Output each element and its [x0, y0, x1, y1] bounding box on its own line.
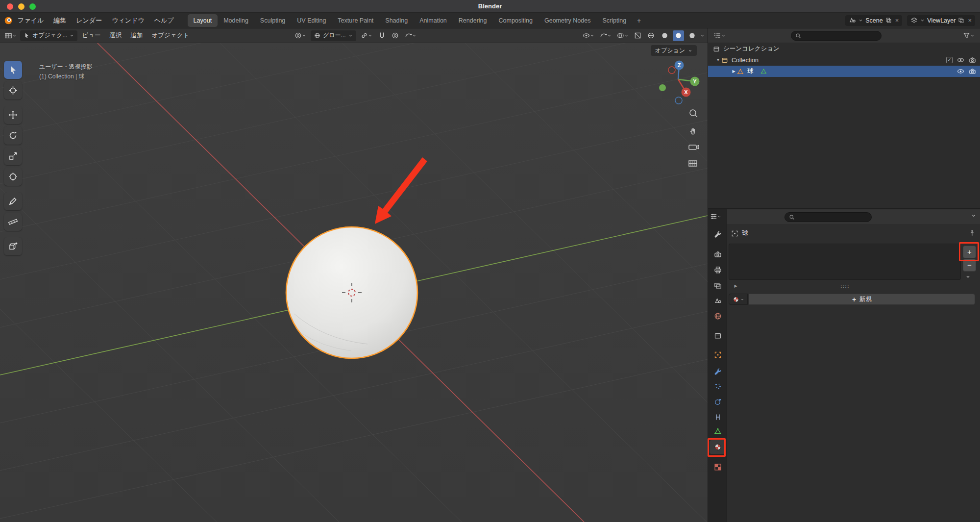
menu-file[interactable]: ファイル	[13, 13, 49, 28]
copy-icon[interactable]	[958, 17, 964, 24]
workspace-tab-shading[interactable]: Shading	[379, 14, 414, 27]
workspace-tab-scripting[interactable]: Scripting	[596, 14, 632, 27]
editor-type-button[interactable]	[3, 30, 18, 41]
tab-tool[interactable]	[710, 227, 726, 241]
toggle-perspective-button[interactable]	[689, 161, 697, 166]
tab-object-data[interactable]	[710, 424, 726, 438]
browse-material-button[interactable]	[729, 294, 748, 305]
menu-edit[interactable]: 編集	[49, 13, 71, 28]
hide-eye-icon[interactable]	[957, 68, 964, 75]
tab-texture[interactable]	[710, 460, 726, 474]
shading-wireframe-button[interactable]	[645, 30, 657, 41]
shading-material-button[interactable]	[673, 30, 684, 41]
transform-pivot-button[interactable]	[293, 30, 308, 41]
workspace-tab-geometry-nodes[interactable]: Geometry Nodes	[539, 14, 596, 27]
minimize-window-button[interactable]	[18, 3, 24, 10]
material-specials-chevron-icon[interactable]	[965, 274, 971, 279]
tool-transform[interactable]	[4, 168, 22, 186]
tab-output[interactable]	[710, 263, 726, 277]
disable-render-camera-icon[interactable]	[969, 68, 976, 75]
workspace-tab-rendering[interactable]: Rendering	[453, 14, 493, 27]
collection-checkbox[interactable]: ✓	[946, 57, 953, 63]
properties-editor-type-button[interactable]	[710, 213, 721, 220]
add-workspace-button[interactable]: +	[632, 17, 646, 25]
close-window-button[interactable]	[7, 3, 13, 10]
unlink-scene-icon[interactable]: ×	[894, 17, 899, 24]
tab-world[interactable]	[710, 309, 726, 323]
sphere-object[interactable]	[286, 227, 417, 358]
proportional-editing-button[interactable]	[390, 30, 400, 41]
gizmo-minus-x-axis[interactable]	[668, 67, 675, 74]
tab-particles[interactable]	[710, 379, 726, 393]
tab-collection[interactable]	[710, 329, 726, 343]
outliner-search-input[interactable]	[791, 31, 882, 41]
expand-panel-arrow-icon[interactable]: ▶	[733, 284, 739, 288]
gizmo-minus-z-axis[interactable]	[675, 97, 682, 104]
outliner-row-scene-collection[interactable]: シーンコレクション	[708, 43, 980, 54]
chevron-down-icon[interactable]	[971, 213, 976, 218]
workspace-tab-texture-paint[interactable]: Texture Paint	[332, 14, 379, 27]
camera-view-button[interactable]	[689, 145, 699, 149]
tool-measure[interactable]	[4, 213, 22, 231]
viewport-canvas[interactable]: Z Y X	[0, 43, 708, 522]
pan-hand-button[interactable]	[690, 128, 694, 134]
workspace-tab-layout[interactable]: Layout	[188, 14, 218, 27]
overlays-dropdown-button[interactable]	[615, 30, 630, 41]
workspace-tab-sculpting[interactable]: Sculpting	[254, 14, 291, 27]
outliner-editor-type-button[interactable]	[712, 30, 727, 41]
tool-move[interactable]	[4, 106, 22, 124]
tool-scale[interactable]	[4, 147, 22, 165]
tab-constraints[interactable]	[710, 410, 726, 424]
pin-icon[interactable]	[969, 229, 976, 236]
tool-rotate[interactable]	[4, 126, 22, 145]
menu-window[interactable]: ウィンドウ	[107, 13, 149, 28]
menu-object[interactable]: オブジェクト	[147, 31, 194, 40]
tab-scene[interactable]	[710, 294, 726, 308]
gizmo-minus-y-axis[interactable]	[659, 84, 666, 91]
tab-physics[interactable]	[710, 395, 726, 409]
shading-rendered-button[interactable]	[686, 30, 698, 41]
outliner-row-collection[interactable]: ▼ Collection ✓	[708, 54, 980, 66]
menu-view[interactable]: ビュー	[77, 31, 105, 40]
zoom-button[interactable]	[690, 110, 697, 117]
tool-add-cube[interactable]	[4, 237, 22, 255]
menu-add[interactable]: 追加	[126, 31, 147, 40]
viewport-3d[interactable]: Z Y X	[0, 43, 708, 522]
tool-cursor[interactable]	[4, 81, 22, 99]
transform-orientation-dropdown[interactable]: グロー...	[311, 30, 356, 41]
outliner-row-sphere[interactable]: ▶ 球	[708, 66, 980, 77]
scene-selector[interactable]: Scene ×	[845, 15, 902, 26]
workspace-tab-compositing[interactable]: Compositing	[492, 14, 538, 27]
outliner-filter-button[interactable]	[961, 30, 976, 41]
proportional-falloff-button[interactable]	[403, 30, 418, 41]
tool-annotate[interactable]	[4, 192, 22, 210]
menu-select[interactable]: 選択	[105, 31, 126, 40]
blender-logo-icon[interactable]	[4, 16, 13, 25]
expand-arrow-icon[interactable]: ▼	[715, 58, 721, 62]
new-material-button[interactable]: + 新規	[749, 294, 975, 305]
menu-help[interactable]: ヘルプ	[149, 13, 179, 28]
menu-render[interactable]: レンダー	[71, 13, 107, 28]
properties-search-input[interactable]	[784, 212, 872, 222]
disable-render-camera-icon[interactable]	[969, 56, 976, 64]
view-layer-selector[interactable]: ViewLayer ×	[907, 15, 975, 26]
remove-view-layer-icon[interactable]: ×	[967, 17, 972, 24]
tool-select-box[interactable]	[4, 61, 22, 79]
mode-dropdown[interactable]: オブジェク...	[20, 30, 77, 41]
workspace-tab-animation[interactable]: Animation	[414, 14, 453, 27]
visibility-dropdown-button[interactable]	[581, 30, 596, 41]
material-slot-list[interactable]	[729, 244, 961, 280]
tab-modifiers[interactable]	[710, 365, 726, 378]
tab-view-layer[interactable]	[710, 279, 726, 293]
workspace-tab-modeling[interactable]: Modeling	[218, 14, 254, 27]
workspace-tab-uv-editing[interactable]: UV Editing	[291, 14, 332, 27]
tab-render[interactable]	[710, 248, 726, 261]
viewport-options-button[interactable]: オプション	[651, 45, 697, 56]
snap-target-button[interactable]	[359, 30, 374, 41]
zoom-window-button[interactable]	[29, 3, 36, 10]
shading-solid-button[interactable]	[659, 30, 670, 41]
xray-toggle-button[interactable]	[633, 30, 643, 41]
snap-toggle-button[interactable]	[377, 30, 387, 41]
collapse-arrow-icon[interactable]: ▶	[731, 69, 737, 74]
copy-icon[interactable]	[885, 17, 892, 24]
